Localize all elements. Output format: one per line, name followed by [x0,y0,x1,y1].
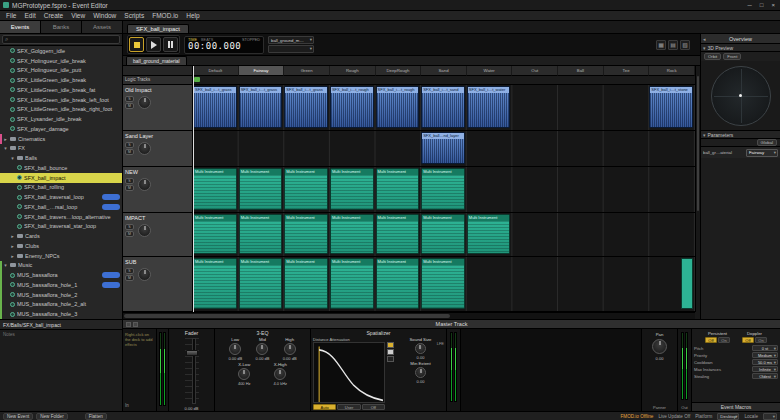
scroll-thumb[interactable] [697,76,699,211]
multi-instrument-clip[interactable]: Multi Instrument [239,214,283,254]
eq-title[interactable]: 3-EQ [215,329,310,336]
scroll-thumb[interactable] [124,314,450,318]
tab-assets[interactable]: Assets [82,21,123,33]
tree-folder-enemy-npcs[interactable]: ▸Enemy_NPCs [0,251,122,261]
mute-button[interactable]: M [125,185,134,191]
curve-option-icon[interactable] [387,342,394,348]
menu-edit[interactable]: Edit [20,12,39,19]
ruler-cell-sand[interactable]: Sand [421,66,467,76]
track-lane[interactable]: Multi InstrumentMulti InstrumentMulti In… [193,213,695,257]
menu-file[interactable]: File [2,12,20,19]
ruler-cell-fairway[interactable]: Fairway [239,66,285,76]
menu-fmod-io[interactable]: FMOD.io [148,12,182,19]
chevron-right-icon[interactable]: ▸ [10,253,15,259]
eq-value[interactable]: 0.00 dB [228,356,242,361]
vertical-scrollbar[interactable] [695,66,700,312]
eq-knob-x-low[interactable] [238,368,250,380]
marker-icon[interactable] [194,77,200,82]
multi-instrument-clip[interactable]: Multi Instrument [376,168,420,210]
ruler-cell-default[interactable]: Default [193,66,239,76]
macro-row-value[interactable]: Oldest [752,373,778,379]
spatializer-knob-min-extent[interactable] [415,367,426,378]
ruler-cell-water[interactable]: Water [467,66,513,76]
chevron-right-icon[interactable]: ▸ [3,136,8,142]
tree-event-sfx-ball-travers-loop-alternative[interactable]: SFX_ball_travers…loop_alternative [0,212,122,222]
multi-instrument-clip[interactable]: Multi Instrument [330,214,374,254]
spatializer-knob-value[interactable]: 0.00 [417,355,425,360]
multi-instrument-clip[interactable]: Multi Instrument [284,214,328,254]
search-input[interactable]: ⌕ [2,35,120,44]
doppler-on-button[interactable]: On [755,337,767,343]
event-tab[interactable]: SFX_ball_impact [127,24,189,33]
logic-tracks-lane[interactable] [193,76,695,85]
persistent-on-button[interactable]: On [718,337,730,343]
multi-instrument-clip[interactable]: Multi Instrument [421,258,465,309]
chevron-left-icon[interactable]: ◂ [703,36,706,42]
audio-clip[interactable]: SFX_ball_i…t_water [467,86,511,128]
attenuation-mode-user[interactable]: User [337,404,360,410]
tree-event-sfx-lysander-idle-break[interactable]: SFX_Lysander_idle_break [0,114,122,124]
tab-banks[interactable]: Banks [41,21,82,33]
chevron-down-icon[interactable]: ▾ [3,145,8,151]
track-header[interactable]: IMPACTSM [123,213,193,257]
curve-option-icon[interactable] [387,349,394,355]
volume-fader[interactable] [185,338,199,404]
tree-folder-cinematics[interactable]: ▸Cinematics [0,134,122,144]
audio-clip[interactable]: SFX_ball_i…t_grass [239,86,283,128]
3d-preview-panner[interactable] [711,66,771,126]
notes-area[interactable]: Notes [0,330,122,411]
multi-instrument-clip[interactable]: Multi Instrument [284,258,328,309]
eq-knob-x-high[interactable] [274,368,286,380]
track-volume-knob[interactable] [138,178,151,191]
tree-event-sfx-ball-rolling[interactable]: SFX_ball_rolling [0,183,122,193]
chevron-down-icon[interactable]: ▾ [10,155,15,161]
tree-event-sfx-holingueur-idle-break[interactable]: SFX_Holingueur_idle_break [0,56,122,66]
menu-window[interactable]: Window [89,12,120,19]
chevron-right-icon[interactable]: ▸ [10,233,15,239]
tab-events[interactable]: Events [0,21,41,33]
multi-instrument-clip[interactable]: Multi Instrument [284,168,328,210]
tree-event-sfx-littlegreen-idle-break-fat[interactable]: SFX_LittleGreen_idle_break_fat [0,85,122,95]
ruler-cell-rough[interactable]: Rough [330,66,376,76]
stop-button[interactable] [129,37,144,52]
connection-status[interactable]: FMOD.io Offline [621,414,654,419]
track-header[interactable]: NEWSM [123,167,193,213]
event-macros-footer[interactable]: Event Macros [692,402,780,411]
preview-section-header[interactable]: ▾ 3D Preview [701,44,780,52]
menu-view[interactable]: View [67,12,89,19]
play-button[interactable] [146,37,161,52]
parameter-value-dropdown[interactable]: Fairway [746,149,778,157]
new-event-button[interactable]: New Event [3,413,33,420]
audio-clip[interactable]: SFX_ball_i…t_grass [284,86,328,128]
tree-event-sfx-ball-bounce[interactable]: SFX_ball_bounce [0,163,122,173]
mute-button[interactable]: M [125,275,134,281]
parameter-sheet-tab[interactable]: ball_ground_material [126,56,187,65]
parameter-value-dropdown[interactable] [268,45,314,53]
solo-button[interactable]: S [125,96,134,102]
new-folder-button[interactable]: New Folder [36,413,68,420]
spatializer-knob-sound-size[interactable] [415,343,426,354]
tree-event-mus-bassaflora-hole-1[interactable]: MUS_bassaflora_hole_1 [0,280,122,290]
solo-button[interactable]: S [125,268,134,274]
multi-instrument-clip[interactable]: Multi Instrument [239,258,283,309]
multi-instrument-clip[interactable]: Multi Instrument [193,258,237,309]
multi-instrument-clip[interactable]: Multi Instrument [330,168,374,210]
multi-instrument-clip[interactable]: Multi Instrument [376,258,420,309]
maximize-icon[interactable]: □ [760,2,764,8]
solo-button[interactable]: S [125,224,134,230]
attenuation-mode-auto[interactable]: Auto [313,404,336,410]
tree-folder-balls[interactable]: ▾Balls [0,153,122,163]
platform-dropdown[interactable]: Desktop [717,413,739,420]
locale-dropdown[interactable] [763,413,777,420]
pan-value[interactable]: 0.00 [656,356,664,361]
track-lane[interactable]: Multi InstrumentMulti InstrumentMulti In… [193,257,695,312]
eq-value[interactable]: 0.00 dB [283,356,297,361]
multi-instrument-clip[interactable]: Multi Instrument [467,214,511,254]
pan-knob[interactable] [652,339,667,354]
snap-icon[interactable]: ▧ [680,40,690,50]
ruler-cell-ball[interactable]: Ball [558,66,604,76]
macro-row-value[interactable]: 50.0 ms [752,359,778,365]
persistent-off-button[interactable]: Off [705,337,717,343]
tree-event-mus-bassaflora-hole-2-alt[interactable]: MUS_bassaflora_hole_2_alt [0,300,122,310]
multi-instrument-clip[interactable]: Multi Instrument [330,258,374,309]
